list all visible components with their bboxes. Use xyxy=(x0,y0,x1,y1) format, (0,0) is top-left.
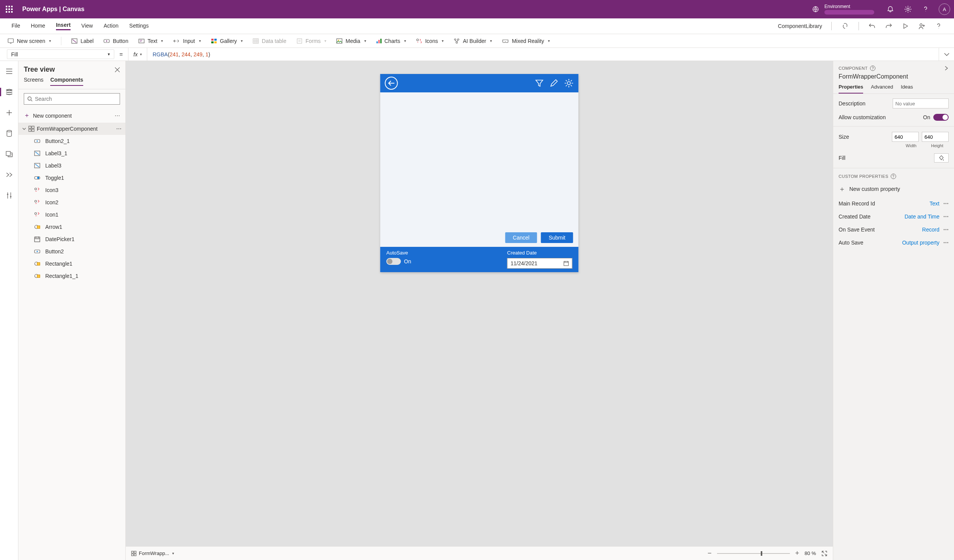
tree-root-component[interactable]: FormWrapperComponent ⋯ xyxy=(18,123,125,135)
tab-screens[interactable]: Screens xyxy=(24,77,43,86)
allow-customization-toggle[interactable] xyxy=(933,114,949,121)
menu-action[interactable]: Action xyxy=(104,23,118,30)
play-icon[interactable] xyxy=(902,23,909,30)
settings-icon[interactable] xyxy=(903,5,913,14)
created-date-input[interactable]: 11/24/2021 xyxy=(507,258,572,269)
menu-insert[interactable]: Insert xyxy=(56,22,71,30)
tree-node[interactable]: Arrow1 xyxy=(18,221,125,233)
edit-icon[interactable] xyxy=(549,79,559,88)
close-panel-icon[interactable] xyxy=(115,67,120,72)
tree-root-more-icon[interactable]: ⋯ xyxy=(116,126,122,132)
zoom-in-icon[interactable]: + xyxy=(795,549,799,557)
undo-icon[interactable] xyxy=(868,22,876,30)
components-more-icon[interactable]: ⋯ xyxy=(115,113,120,119)
tree-node[interactable]: Icon3 xyxy=(18,184,125,196)
tab-properties[interactable]: Properties xyxy=(839,84,863,94)
app-checker-icon[interactable] xyxy=(841,22,849,30)
avatar[interactable]: A xyxy=(939,3,950,15)
tree-node[interactable]: Icon1 xyxy=(18,209,125,221)
app-launcher-icon[interactable] xyxy=(4,4,15,15)
chevron-down-icon[interactable] xyxy=(22,127,26,131)
text-tool[interactable]: Text▾ xyxy=(138,38,163,44)
expand-formula-icon[interactable] xyxy=(939,48,954,61)
fx-button[interactable]: fx▾ xyxy=(128,48,147,61)
zoom-slider[interactable] xyxy=(717,553,790,554)
new-custom-property-button[interactable]: ＋ New custom property xyxy=(839,184,949,194)
custom-property-row[interactable]: On Save EventRecord⋯ xyxy=(839,227,949,233)
tab-ideas[interactable]: Ideas xyxy=(901,84,913,94)
tree-node[interactable]: Rectangle1 xyxy=(18,258,125,270)
data-icon[interactable] xyxy=(4,128,14,138)
more-icon[interactable]: ⋯ xyxy=(943,240,949,246)
breadcrumb[interactable]: FormWrapp... ▾ xyxy=(131,550,174,556)
cancel-button[interactable]: Cancel xyxy=(505,232,537,243)
media-tool[interactable]: Media▾ xyxy=(336,38,366,44)
width-input[interactable] xyxy=(892,132,919,142)
notifications-icon[interactable] xyxy=(886,5,895,14)
search-box[interactable] xyxy=(24,93,120,105)
tree-node[interactable]: Icon2 xyxy=(18,196,125,209)
share-icon[interactable] xyxy=(918,22,926,30)
environment-name[interactable] xyxy=(824,10,874,15)
advanced-tools-icon[interactable] xyxy=(4,170,14,180)
canvas-area[interactable]: Cancel Submit AutoSave On Created Date 1… xyxy=(126,61,833,560)
calendar-icon[interactable] xyxy=(564,261,569,266)
plus-icon[interactable]: ＋ xyxy=(24,112,30,120)
button-tool[interactable]: Button xyxy=(104,38,128,44)
environment-icon[interactable] xyxy=(811,5,820,13)
menu-view[interactable]: View xyxy=(81,23,93,30)
search-input[interactable] xyxy=(35,96,117,102)
add-icon[interactable] xyxy=(4,108,14,118)
custom-help-icon[interactable]: ? xyxy=(891,174,896,179)
custom-property-row[interactable]: Main Record IdText⋯ xyxy=(839,200,949,207)
custom-property-row[interactable]: Created DateDate and Time⋯ xyxy=(839,213,949,220)
ai-builder-tool[interactable]: AI Builder▾ xyxy=(454,38,492,44)
help-icon[interactable] xyxy=(921,5,930,14)
height-input[interactable] xyxy=(922,132,949,142)
tree-node[interactable]: Button2 xyxy=(18,245,125,258)
gallery-tool[interactable]: Gallery▾ xyxy=(211,38,243,44)
zoom-out-icon[interactable]: − xyxy=(707,549,712,557)
collapse-panel-icon[interactable] xyxy=(944,66,949,71)
label-tool[interactable]: Label xyxy=(71,38,94,44)
new-component-button[interactable]: New component xyxy=(33,113,72,119)
submit-button[interactable]: Submit xyxy=(541,232,573,243)
fit-screen-icon[interactable] xyxy=(821,550,827,557)
tree-node[interactable]: Button2_1 xyxy=(18,135,125,147)
menu-settings[interactable]: Settings xyxy=(129,23,149,30)
back-arrow-icon[interactable] xyxy=(385,77,398,90)
description-input[interactable] xyxy=(893,99,949,108)
property-selector[interactable]: Fill▾ xyxy=(7,49,114,59)
tree-node[interactable]: Label3_1 xyxy=(18,147,125,159)
help-menu-icon[interactable] xyxy=(935,22,942,30)
formula-input[interactable]: RGBA(241, 244, 249, 1) xyxy=(147,48,939,61)
media-panel-icon[interactable] xyxy=(4,149,14,159)
fill-picker[interactable] xyxy=(934,153,949,163)
icons-tool[interactable]: Icons▾ xyxy=(416,38,444,44)
gear-icon[interactable] xyxy=(564,78,574,88)
new-screen-tool[interactable]: New screen▾ xyxy=(8,38,51,44)
tree-node[interactable]: Toggle1 xyxy=(18,172,125,184)
autosave-toggle[interactable] xyxy=(387,258,401,265)
hamburger-icon[interactable] xyxy=(4,66,14,76)
redo-icon[interactable] xyxy=(885,22,893,30)
charts-tool[interactable]: Charts▾ xyxy=(376,38,406,44)
custom-property-row[interactable]: Auto SaveOutput property⋯ xyxy=(839,240,949,246)
tree-node[interactable]: Label3 xyxy=(18,159,125,172)
mixed-reality-tool[interactable]: Mixed Reality▾ xyxy=(502,38,550,44)
tree-node[interactable]: DatePicker1 xyxy=(18,233,125,245)
menu-file[interactable]: File xyxy=(12,23,20,30)
component-canvas[interactable]: Cancel Submit AutoSave On Created Date 1… xyxy=(380,74,579,272)
menu-home[interactable]: Home xyxy=(31,23,45,30)
tab-advanced[interactable]: Advanced xyxy=(871,84,893,94)
more-icon[interactable]: ⋯ xyxy=(943,213,949,220)
tree-view-icon[interactable] xyxy=(4,87,14,97)
more-icon[interactable]: ⋯ xyxy=(943,227,949,233)
input-tool[interactable]: Input▾ xyxy=(173,38,201,44)
tools-icon[interactable] xyxy=(4,190,14,200)
component-library-button[interactable]: ComponentLibrary xyxy=(778,23,822,29)
more-icon[interactable]: ⋯ xyxy=(943,200,949,207)
filter-icon[interactable] xyxy=(535,79,544,88)
tab-components[interactable]: Components xyxy=(50,77,83,86)
tree-node[interactable]: Rectangle1_1 xyxy=(18,270,125,282)
